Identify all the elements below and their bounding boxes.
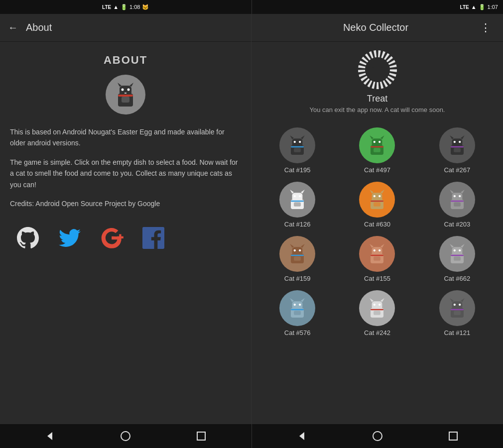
left-home-icon [120,430,131,442]
cat-svg-cat-203 [444,187,470,213]
left-status-icons: LTE ▲ 🔋 1:08 🐱 [102,4,149,10]
cat-circle [279,127,315,163]
cat-label: Cat #576 [284,329,311,336]
github-icon[interactable] [15,225,41,251]
svg-rect-98 [371,309,383,311]
bottom-bars [0,424,503,448]
left-toolbar: ← About [0,14,251,42]
svg-rect-92 [372,301,382,310]
left-signal-icon: ▲ [113,4,119,10]
cat-circle [439,127,475,163]
svg-rect-33 [454,148,461,152]
right-recent-icon [447,430,459,442]
svg-marker-70 [380,244,384,248]
svg-point-55 [453,195,455,197]
left-back-button[interactable] [42,428,58,444]
svg-rect-81 [454,256,461,261]
svg-rect-106 [451,309,464,311]
cat-item[interactable]: Cat #630 [339,182,415,228]
svg-rect-84 [292,301,303,310]
svg-point-96 [379,304,381,306]
right-lte-icon: LTE [460,4,469,10]
cat-circle [359,236,395,272]
facebook-icon[interactable] [140,225,166,251]
cat-svg-cat-155 [364,241,390,267]
svg-marker-102 [461,298,465,302]
svg-rect-1 [120,86,131,96]
cat-circle [439,290,475,326]
svg-point-24 [379,141,381,143]
svg-marker-13 [290,135,294,139]
twitter-icon[interactable] [57,225,83,251]
cat-item[interactable]: Cat #497 [339,127,415,174]
svg-rect-89 [294,311,301,315]
svg-marker-61 [290,244,294,248]
right-back-button[interactable] [294,428,310,444]
cat-circle [439,236,475,272]
treat-description: You can exit the app now. A cat will com… [310,106,445,113]
cat-item[interactable]: Cat #121 [419,290,495,336]
right-home-button[interactable] [370,428,385,444]
about-credits: Credits: Android Open Source Project by … [10,198,241,209]
cat-item[interactable]: Cat #203 [419,182,495,228]
left-home-button[interactable] [118,428,133,444]
svg-rect-68 [372,247,382,255]
cat-svg-cat-576 [284,295,310,321]
svg-point-79 [453,249,455,251]
cat-item[interactable]: Cat #155 [339,236,415,282]
left-status-bar: LTE ▲ 🔋 1:08 🐱 [0,0,252,14]
cat-item[interactable]: Cat #126 [259,182,335,228]
right-battery-icon: 🔋 [479,4,486,10]
cat-grid: Cat #195 [259,123,495,340]
gplus-icon[interactable] [99,225,125,251]
svg-rect-90 [291,309,304,311]
cat-item[interactable]: Cat #159 [259,236,335,282]
svg-marker-14 [301,135,305,139]
svg-point-39 [294,195,296,197]
treat-label: Treat [367,94,387,104]
svg-marker-22 [380,135,384,139]
left-app-icon: 🐱 [142,4,149,10]
svg-rect-49 [374,202,381,207]
left-recent-button[interactable] [193,428,209,444]
cat-item[interactable]: Cat #242 [339,290,415,336]
cat-label: Cat #155 [364,275,390,282]
svg-marker-46 [380,190,384,194]
about-description-2: The game is simple. Click on the empty d… [10,157,241,190]
svg-rect-25 [374,148,381,152]
cat-svg-cat-126 [284,187,310,213]
back-button[interactable]: ← [8,22,18,33]
right-home-icon [372,430,383,442]
svg-marker-93 [370,298,374,302]
svg-rect-105 [454,311,461,315]
right-back-icon [296,430,308,442]
left-battery-icon: 🔋 [121,4,127,10]
svg-rect-97 [374,311,381,315]
twitter-svg [59,227,81,249]
cat-label: Cat #662 [444,275,470,282]
svg-marker-30 [461,135,465,139]
right-signal-icon: ▲ [471,4,477,10]
svg-rect-65 [294,256,301,261]
right-recent-button[interactable] [445,428,461,444]
cat-label: Cat #242 [364,329,390,336]
cat-item[interactable]: Cat #195 [259,127,335,174]
svg-point-56 [459,195,461,197]
svg-point-16 [299,141,301,143]
svg-point-31 [453,141,455,143]
gplus-svg [99,225,125,251]
svg-marker-62 [301,244,305,248]
cat-svg-cat-497 [364,132,390,158]
right-panel: Neko Collector ⋮ Treat You can exit the … [252,14,503,424]
svg-point-95 [374,304,376,306]
cat-item[interactable]: Cat #576 [259,290,335,336]
svg-marker-29 [450,135,454,139]
svg-point-80 [459,249,461,251]
cat-svg-cat-630 [364,187,390,213]
cat-item[interactable]: Cat #662 [419,236,495,282]
cat-label: Cat #497 [364,166,390,174]
svg-rect-74 [371,255,383,256]
cat-item[interactable]: Cat #267 [419,127,495,174]
svg-rect-12 [292,138,303,147]
menu-button[interactable]: ⋮ [476,19,495,36]
